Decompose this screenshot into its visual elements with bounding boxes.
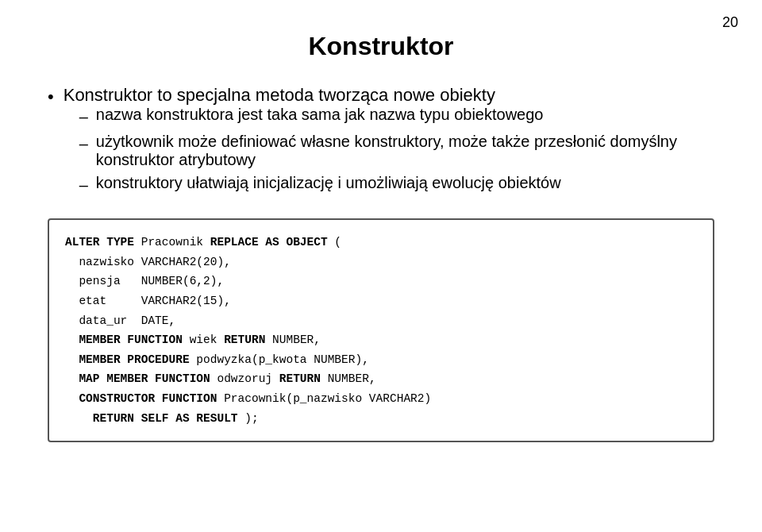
dash-symbol-3: – <box>79 174 88 196</box>
page-number: 20 <box>722 14 738 31</box>
list-item-main: • Konstruktor to specjalna metoda tworzą… <box>48 85 714 201</box>
code-line-8: MAP MEMBER FUNCTION odwzoruj RETURN NUMB… <box>65 369 697 389</box>
bullet-list: • Konstruktor to specjalna metoda tworzą… <box>48 85 714 201</box>
sub-item-text-2: użytkownik może definiować własne konstr… <box>96 133 714 169</box>
code-line-2: nazwisko VARCHAR2(20), <box>65 253 697 272</box>
code-block: ALTER TYPE Pracownik REPLACE AS OBJECT (… <box>48 218 714 442</box>
sub-list-item-3: – konstruktory ułatwiają inicjalizację i… <box>79 174 714 196</box>
sub-list-item-1: – nazwa konstruktora jest taka sama jak … <box>79 106 714 128</box>
sub-list-item-2: – użytkownik może definiować własne kons… <box>79 133 714 169</box>
bullet-symbol: • <box>48 85 54 110</box>
sub-item-text-1: nazwa konstruktora jest taka sama jak na… <box>96 106 544 124</box>
code-line-9: CONSTRUCTOR FUNCTION Pracownik(p_nazwisk… <box>65 389 697 409</box>
code-line-1: ALTER TYPE Pracownik REPLACE AS OBJECT ( <box>65 233 697 253</box>
code-line-3: pensja NUMBER(6,2), <box>65 272 697 291</box>
page-title: Konstruktor <box>0 32 762 61</box>
sub-list: – nazwa konstruktora jest taka sama jak … <box>79 106 714 196</box>
sub-item-text-3: konstruktory ułatwiają inicjalizację i u… <box>96 174 561 192</box>
code-line-6: MEMBER FUNCTION wiek RETURN NUMBER, <box>65 330 697 350</box>
dash-symbol-1: – <box>79 106 88 128</box>
main-content: • Konstruktor to specjalna metoda tworzą… <box>0 85 762 201</box>
main-bullet-text: Konstruktor to specjalna metoda tworząca… <box>64 85 495 105</box>
dash-symbol-2: – <box>79 133 88 155</box>
code-line-4: etat VARCHAR2(15), <box>65 291 697 311</box>
code-line-10: RETURN SELF AS RESULT ); <box>65 409 697 429</box>
code-line-5: data_ur DATE, <box>65 311 697 331</box>
code-line-7: MEMBER PROCEDURE podwyzka(p_kwota NUMBER… <box>65 350 697 370</box>
